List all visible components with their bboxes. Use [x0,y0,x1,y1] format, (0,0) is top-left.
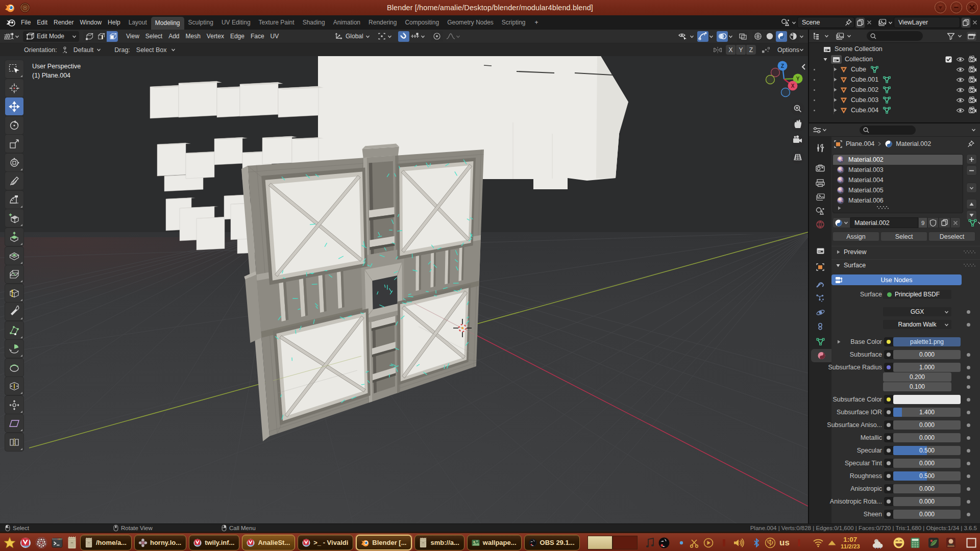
show-gizmo-icon[interactable] [697,31,708,42]
decorator-dot[interactable] [967,474,970,478]
face-select-button[interactable] [107,31,118,42]
shading-wireframe-icon[interactable] [752,31,764,42]
pivot-point-icon[interactable] [376,31,387,42]
decorator-dot[interactable] [967,310,970,314]
decorator-dot[interactable] [967,398,970,402]
object-render-icon[interactable] [968,66,977,73]
material-slot-material.004[interactable]: Material.004 [833,175,963,185]
tray-tray-expander-icon[interactable] [827,539,837,546]
viewport-menu-select[interactable]: Select [142,33,165,40]
tray-ruby-icon[interactable] [945,537,957,549]
sidebar-collapse-arrow[interactable] [801,63,806,70]
decorator-dot[interactable] [967,423,970,427]
tray-emoji-icon[interactable] [893,537,905,549]
decorator-dot[interactable] [967,366,970,369]
material-users-button[interactable]: 9 [918,217,927,228]
edge-select-button[interactable] [95,31,106,42]
socket-gray-dot[interactable] [884,446,893,455]
preview-grip-icon[interactable] [963,250,976,255]
outliner-search-input[interactable] [867,31,923,41]
new-collection-button[interactable] [966,31,977,41]
tray-playback-icon[interactable] [703,538,714,548]
properties-editor-chevron-icon[interactable] [822,124,827,135]
outliner-filter-chevron-icon[interactable] [847,31,851,41]
object-hide-icon[interactable] [956,107,965,114]
properties-tab-physics[interactable] [809,306,831,319]
socket-yellow-dot[interactable] [884,337,893,346]
scene-copy-button[interactable] [855,17,865,28]
window-close-button[interactable] [966,2,978,13]
add-workspace-button[interactable]: + [530,19,544,26]
decorator-dot[interactable] [967,411,970,414]
viewlayer-copy-button[interactable] [961,17,971,28]
tool-transform-button[interactable] [5,154,23,171]
orientation-value[interactable]: Default [70,46,97,54]
pivot-chevron-icon[interactable] [387,31,392,42]
slot-specials-button[interactable] [966,183,977,193]
surface-grip-icon[interactable] [963,263,976,268]
deselect-button[interactable]: Deselect [928,232,975,241]
tray-indicator2-icon[interactable] [797,538,801,548]
transform-orientation-value[interactable]: Global [344,33,365,40]
prop-field[interactable]: GGX [883,307,951,316]
material-slot-material.006[interactable]: Material.006 [833,195,963,206]
tool-cursor-button[interactable] [5,79,23,97]
object-hide-icon[interactable] [956,87,965,93]
menu-help[interactable]: Help [105,15,124,30]
prop-field-slider[interactable]: 0.000 [893,510,961,519]
workspace-tab-texture-paint[interactable]: Texture Paint [255,16,299,29]
object-name[interactable]: Cube.002 [851,86,878,93]
tool-move-button[interactable] [5,97,23,115]
prop-field-slider[interactable]: 0.100 [883,382,951,391]
collection-label[interactable]: Collection [845,56,873,63]
tool-smooth-button[interactable] [5,359,23,377]
menu-window[interactable]: Window [77,15,105,30]
workspace-tab-geometry-nodes[interactable]: Geometry Nodes [443,16,498,29]
material-link-target-button[interactable] [968,218,980,227]
properties-tab-render[interactable] [809,162,831,175]
proportional-editing-icon[interactable] [431,31,443,42]
mode-selector[interactable]: Edit Mode [23,31,79,42]
viewport-menu-vertex[interactable]: Vertex [204,33,227,40]
object-hide-icon[interactable] [956,77,965,83]
slot-move-up-button[interactable] [966,199,977,209]
taskbar-clock[interactable]: 1:0711/2/23 [841,536,860,549]
properties-tab-output[interactable] [809,176,831,189]
collection-hide-icon[interactable] [956,56,965,63]
tray-usb-device-icon[interactable] [765,537,776,548]
outliner-row-cube.001[interactable]: Cube.001 [809,74,980,85]
menu-render[interactable]: Render [51,15,77,30]
properties-tab-material[interactable] [811,349,831,362]
viewport-menu-edge[interactable]: Edge [227,33,248,40]
outliner-row-scene-collection[interactable]: Scene Collection [809,44,980,54]
viewlayer-icon[interactable] [877,18,887,27]
workspace-tab-sculpting[interactable]: Sculpting [184,16,217,29]
object-render-icon[interactable] [968,96,977,104]
workspace-tab-animation[interactable]: Animation [329,16,364,29]
outliner-row-collection[interactable]: Collection [809,54,980,64]
viewport-menu-view[interactable]: View [123,33,142,40]
tool-scale-button[interactable] [5,135,23,153]
object-hide-icon[interactable] [956,66,965,73]
tray-indicator-icon[interactable] [722,538,726,548]
window-minimize-button[interactable] [950,2,962,13]
gizmo-chevron-icon[interactable] [709,31,714,42]
prop-field-slider[interactable]: 0.000 [893,484,961,493]
tool-shrink-button[interactable] [5,396,23,414]
workspace-tab-uv-editing[interactable]: UV Editing [217,16,255,29]
properties-tab-constraints[interactable] [809,320,831,333]
socket-gray-dot[interactable] [884,484,893,493]
properties-tab-object-data[interactable] [809,335,831,348]
shading-solid-icon[interactable] [764,31,775,42]
collection-render-icon[interactable] [968,56,977,63]
prop-field-slider[interactable]: 0.000 [893,459,961,468]
prop-field-slider[interactable]: 0.500 [893,471,961,481]
decorator-dot[interactable] [967,487,970,491]
properties-tab-collection[interactable] [809,244,831,258]
breadcrumb-pin-icon[interactable] [967,140,975,148]
scene-icon[interactable] [780,18,791,27]
object-render-icon[interactable] [968,86,977,93]
fake-user-shield-button[interactable] [927,217,939,228]
drag-chevron-icon[interactable] [171,44,176,55]
collection-checkbox-icon[interactable] [945,56,952,63]
